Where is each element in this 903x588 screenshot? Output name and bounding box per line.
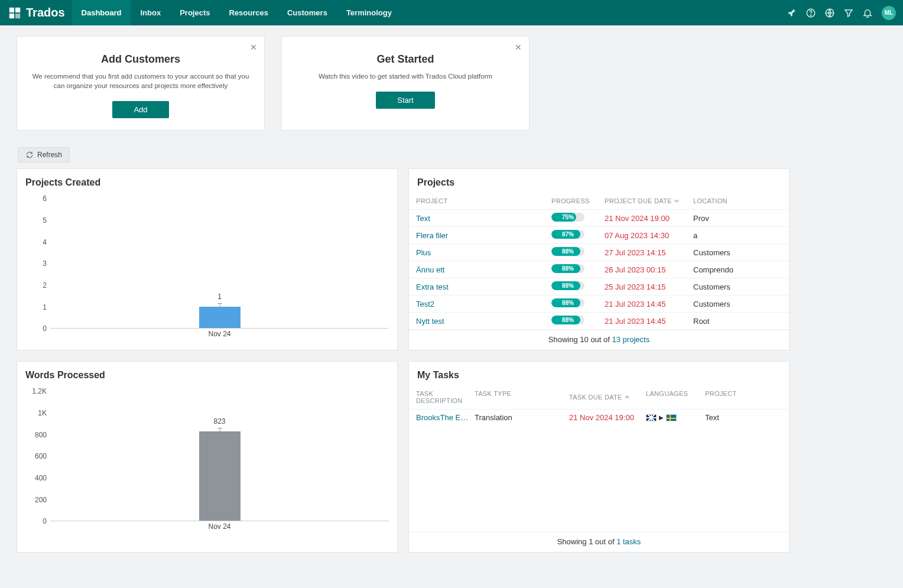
nav-dashboard[interactable]: Dashboard xyxy=(72,0,131,25)
chart-words-processed: 02004006008001K1.2K823Nov 24 xyxy=(17,386,397,537)
card-body: Watch this video to get started with Tra… xyxy=(296,72,515,81)
x-tick: Nov 24 xyxy=(208,330,230,338)
progress-pill: 88% xyxy=(551,264,584,273)
y-tick: 3 xyxy=(25,259,47,268)
project-name-link[interactable]: Text xyxy=(416,214,551,223)
col-task-type[interactable]: TASK TYPE xyxy=(475,390,569,404)
location: Prov xyxy=(693,214,782,223)
location: Customers xyxy=(693,282,782,291)
tasks-footer-link[interactable]: 1 tasks xyxy=(616,537,641,546)
progress-cell: 88% xyxy=(551,247,605,258)
bar-value-label: 823 xyxy=(213,417,225,428)
svg-point-5 xyxy=(810,15,811,15)
col-task-project[interactable]: PROJECT xyxy=(705,390,782,404)
avatar-initials: ML xyxy=(885,9,893,16)
brand[interactable]: Trados xyxy=(6,0,72,25)
table-row: Text75%21 Nov 2024 19:00Prov xyxy=(409,209,789,226)
due-date: 21 Jul 2023 14:45 xyxy=(605,300,693,308)
col-due[interactable]: PROJECT DUE DATE xyxy=(605,197,693,204)
table-row: Extra test88%25 Jul 2023 14:15Customers xyxy=(409,278,789,295)
panel-title: Words Processed xyxy=(17,362,397,386)
col-project[interactable]: PROJECT xyxy=(416,197,551,204)
projects-footer-link[interactable]: 13 projects xyxy=(612,335,650,344)
card-body: We recommend that you first add customer… xyxy=(31,72,250,90)
nav-projects[interactable]: Projects xyxy=(170,0,219,25)
nav-resources[interactable]: Resources xyxy=(219,0,277,25)
project-name-link[interactable]: Test2 xyxy=(416,300,551,308)
nav-inbox[interactable]: Inbox xyxy=(131,0,170,25)
task-due: 21 Nov 2024 19:00 xyxy=(569,413,646,422)
pin-icon[interactable] xyxy=(784,5,800,21)
col-location[interactable]: LOCATION xyxy=(693,197,782,204)
tasks-spacer xyxy=(409,425,789,532)
whisker-icon xyxy=(219,428,220,431)
panel-projects: Projects PROJECT PROGRESS PROJECT DUE DA… xyxy=(408,168,790,350)
table-row: Nytt test88%21 Jul 2023 14:45Root xyxy=(409,312,789,329)
table-row: Ännu ett88%26 Jul 2023 00:15Comprendo xyxy=(409,261,789,278)
panel-title: Projects xyxy=(409,169,789,194)
y-tick: 2 xyxy=(25,281,47,290)
filter-icon[interactable] xyxy=(840,5,857,21)
y-tick: 6 xyxy=(25,194,47,203)
close-icon[interactable]: ✕ xyxy=(515,43,522,52)
sort-desc-icon xyxy=(674,199,679,203)
col-task-due[interactable]: TASK DUE DATE xyxy=(569,390,646,404)
project-name-link[interactable]: Nytt test xyxy=(416,317,551,326)
location: Customers xyxy=(693,248,782,257)
tasks-table-header: TASK DESCRIPTION TASK TYPE TASK DUE DATE… xyxy=(409,386,789,409)
projects-footer: Showing 10 out of 13 projects xyxy=(409,330,789,350)
y-tick: 1K xyxy=(25,409,47,417)
svg-rect-3 xyxy=(15,13,20,18)
progress-cell: 88% xyxy=(551,298,605,309)
task-desc-link[interactable]: BrooksThe Economy Isn't Broken… xyxy=(416,413,475,422)
refresh-icon xyxy=(25,151,34,159)
progress-pill: 88% xyxy=(551,247,584,256)
panel-title: My Tasks xyxy=(409,362,789,386)
avatar[interactable]: ML xyxy=(882,6,896,20)
tasks-table-body: BrooksThe Economy Isn't Broken…Translati… xyxy=(409,409,789,425)
project-name-link[interactable]: Ännu ett xyxy=(416,265,551,274)
due-date: 21 Jul 2023 14:45 xyxy=(605,317,693,326)
brand-text: Trados xyxy=(26,6,65,20)
refresh-button[interactable]: Refresh xyxy=(18,147,70,163)
col-progress[interactable]: PROGRESS xyxy=(551,197,605,204)
y-tick: 4 xyxy=(25,238,47,246)
card-add-customers: ✕ Add Customers We recommend that you fi… xyxy=(17,36,265,131)
card-get-started: ✕ Get Started Watch this video to get st… xyxy=(281,36,530,131)
top-nav: Trados Dashboard Inbox Projects Resource… xyxy=(0,0,903,25)
start-button[interactable]: Start xyxy=(376,92,434,109)
panel-title: Projects Created xyxy=(17,169,397,194)
svg-rect-0 xyxy=(9,7,14,12)
refresh-label: Refresh xyxy=(37,151,62,159)
brand-icon xyxy=(8,7,21,20)
y-tick: 800 xyxy=(25,431,47,439)
col-task-desc[interactable]: TASK DESCRIPTION xyxy=(416,390,475,404)
help-icon[interactable] xyxy=(803,5,819,21)
svg-rect-2 xyxy=(9,13,14,18)
location: Customers xyxy=(693,300,782,308)
progress-pill: 88% xyxy=(551,298,584,307)
table-row: Test288%21 Jul 2023 14:45Customers xyxy=(409,295,789,312)
add-button[interactable]: Add xyxy=(112,101,168,118)
close-icon[interactable]: ✕ xyxy=(250,43,257,52)
table-row: Flera filer87%07 Aug 2023 14:30a xyxy=(409,226,789,243)
project-name-link[interactable]: Plus xyxy=(416,248,551,257)
table-row: BrooksThe Economy Isn't Broken…Translati… xyxy=(409,409,789,425)
y-tick: 5 xyxy=(25,216,47,225)
project-name-link[interactable]: Extra test xyxy=(416,282,551,291)
page-body: ✕ Add Customers We recommend that you fi… xyxy=(0,25,903,553)
col-task-lang[interactable]: LANGUAGES xyxy=(646,390,705,404)
refresh-bar: Refresh xyxy=(18,147,898,163)
x-tick: Nov 24 xyxy=(208,522,230,531)
due-date: 25 Jul 2023 14:15 xyxy=(605,282,693,291)
bell-icon[interactable] xyxy=(859,5,876,21)
bar-value-label: 1 xyxy=(217,293,222,303)
projects-table-body[interactable]: Text75%21 Nov 2024 19:00ProvFlera filer8… xyxy=(409,209,789,330)
card-title: Add Customers xyxy=(31,53,250,66)
nav-customers[interactable]: Customers xyxy=(278,0,337,25)
y-tick: 1 xyxy=(25,303,47,311)
progress-pill: 87% xyxy=(551,230,584,239)
globe-icon[interactable] xyxy=(821,5,838,21)
nav-terminology[interactable]: Terminology xyxy=(337,0,401,25)
project-name-link[interactable]: Flera filer xyxy=(416,231,551,240)
